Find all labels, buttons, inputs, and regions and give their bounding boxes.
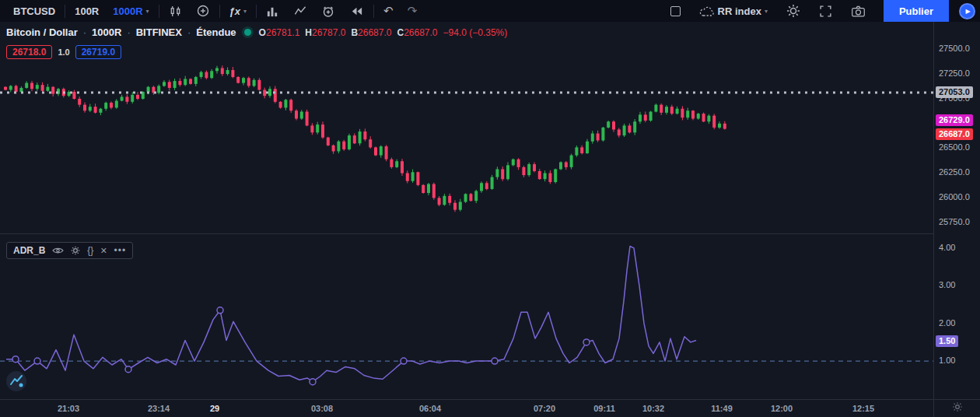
templates-button[interactable] bbox=[259, 0, 286, 22]
axis-settings-sun-icon[interactable] bbox=[952, 401, 963, 415]
redo-button[interactable]: ↷ bbox=[401, 0, 425, 22]
price-label: 27500.0 bbox=[939, 44, 970, 54]
indicator-marker[interactable] bbox=[34, 358, 40, 364]
low-label: B bbox=[351, 27, 358, 38]
price-tag-reference[interactable]: 27053.0 bbox=[936, 86, 973, 98]
spread-value: 1.0 bbox=[58, 47, 69, 57]
close-value: 26687.0 bbox=[404, 27, 437, 38]
close-label: C bbox=[397, 27, 404, 38]
high-label: H bbox=[305, 27, 312, 38]
replay-button[interactable] bbox=[342, 0, 371, 22]
price-label: 26000.0 bbox=[939, 192, 970, 202]
indicator-axis-label: 4.00 bbox=[939, 243, 955, 253]
indicator-settings-gear-icon[interactable] bbox=[71, 246, 80, 255]
main-price-pane[interactable]: Bitcoin / Dollar · 1000R · BITFINEX · Ét… bbox=[0, 22, 933, 233]
legend-interval: 1000R bbox=[92, 26, 121, 38]
chart-title: Bitcoin / Dollar bbox=[6, 26, 78, 38]
layout-name-label: RR index bbox=[718, 5, 761, 17]
time-label: 11:49 bbox=[705, 404, 739, 413]
indicator-value-tag[interactable]: 1.50 bbox=[936, 335, 958, 347]
fullscreen-icon bbox=[819, 5, 832, 18]
legend-session: Étendue bbox=[196, 26, 236, 38]
time-label: 07:20 bbox=[527, 404, 562, 413]
main-chart-canvas[interactable] bbox=[0, 22, 933, 233]
time-label: 21:03 bbox=[51, 404, 86, 413]
compare-button[interactable] bbox=[189, 0, 217, 22]
indicator-marker[interactable] bbox=[217, 307, 223, 314]
indicator-marker[interactable] bbox=[125, 366, 131, 373]
indicator-chart-canvas[interactable] bbox=[0, 234, 933, 399]
buy-price-button[interactable]: 26719.0 bbox=[75, 45, 121, 59]
indicator-marker[interactable] bbox=[492, 358, 498, 364]
more-options-icon[interactable]: ••• bbox=[114, 245, 127, 256]
undo-button[interactable]: ↶ bbox=[376, 0, 401, 22]
settings-button[interactable] bbox=[779, 0, 807, 22]
play-circle-button[interactable]: ▶ bbox=[959, 3, 975, 19]
chart-legend[interactable]: Bitcoin / Dollar · 1000R · BITFINEX · Ét… bbox=[6, 26, 507, 38]
low-value: 26687.0 bbox=[358, 27, 391, 38]
indicator-axis-label: 2.00 bbox=[939, 318, 955, 328]
symbol-button[interactable]: BTCUSD bbox=[6, 0, 62, 22]
line-tools-button[interactable] bbox=[286, 0, 314, 22]
fullscreen-button[interactable] bbox=[812, 0, 839, 22]
open-label: O bbox=[259, 27, 266, 38]
create-alert-button[interactable] bbox=[314, 0, 342, 22]
indicator-marker[interactable] bbox=[401, 358, 407, 364]
time-label: 23:14 bbox=[142, 404, 176, 413]
indicator-pane[interactable]: ADR_B bbox=[0, 233, 933, 399]
camera-icon bbox=[851, 5, 866, 18]
trading-app-window: BTCUSD 100R 1000R ▾ ƒx ▾ bbox=[0, 0, 980, 417]
toolbar-separator bbox=[159, 5, 159, 18]
chevron-down-icon: ▾ bbox=[765, 8, 768, 15]
layout-select-button[interactable] bbox=[663, 0, 688, 22]
toolbar-separator bbox=[373, 5, 374, 18]
price-tag-red[interactable]: 26687.0 bbox=[936, 128, 973, 140]
toolbar-right-group: RR index ▾ bbox=[663, 0, 975, 22]
undo-icon: ↶ bbox=[383, 4, 394, 18]
time-label: 12:00 bbox=[765, 404, 799, 413]
toolbar-separator bbox=[219, 5, 220, 18]
publish-button[interactable]: Publier bbox=[884, 0, 949, 22]
toolbar-separator bbox=[65, 5, 65, 18]
legend-separator: · bbox=[83, 26, 86, 38]
alert-clock-plus-icon bbox=[321, 4, 335, 18]
sell-price-button[interactable]: 26718.0 bbox=[6, 45, 52, 59]
market-status-icon[interactable] bbox=[244, 29, 251, 36]
redo-icon: ↷ bbox=[408, 4, 418, 18]
interval-1000r-button[interactable]: 1000R ▾ bbox=[106, 0, 156, 22]
legend-exchange: BITFINEX bbox=[136, 26, 182, 38]
source-code-icon[interactable]: {} bbox=[87, 245, 93, 256]
chart-column: Bitcoin / Dollar · 1000R · BITFINEX · Ét… bbox=[0, 22, 933, 417]
legend-separator: · bbox=[127, 26, 130, 38]
rewind-icon bbox=[349, 5, 364, 18]
time-label: 10:32 bbox=[636, 404, 670, 413]
cloud-icon bbox=[699, 5, 715, 17]
axis-settings-corner[interactable] bbox=[934, 399, 980, 417]
plus-circle-icon bbox=[196, 4, 210, 18]
chevron-down-icon: ▾ bbox=[243, 8, 247, 15]
price-label: 25750.0 bbox=[939, 217, 970, 227]
indicators-button[interactable]: ƒx ▾ bbox=[222, 0, 254, 22]
indicator-legend[interactable]: ADR_B bbox=[6, 242, 133, 259]
indicator-axis-label: 1.00 bbox=[939, 356, 955, 366]
indicator-marker[interactable] bbox=[12, 356, 19, 363]
cloud-layout-button[interactable]: RR index ▾ bbox=[692, 0, 775, 22]
indicator-marker[interactable] bbox=[310, 379, 316, 385]
indicator-marker[interactable] bbox=[583, 339, 590, 345]
open-value: 26781.1 bbox=[266, 27, 299, 38]
price-axis[interactable]: 27500.027250.027000.026750.026500.026250… bbox=[933, 22, 980, 417]
remove-indicator-icon[interactable]: × bbox=[100, 244, 107, 257]
chart-style-button[interactable] bbox=[162, 0, 189, 22]
ohlc-values: O26781.1 H26787.0 B26687.0 C26687.0 −94.… bbox=[259, 27, 508, 38]
time-label: 09:11 bbox=[587, 404, 621, 413]
time-label: 12:15 bbox=[846, 404, 880, 413]
price-tag-magenta[interactable]: 26729.0 bbox=[936, 114, 973, 126]
time-label: 06:04 bbox=[413, 404, 447, 413]
interval-active-label: 1000R bbox=[113, 5, 142, 17]
eye-icon[interactable] bbox=[52, 247, 64, 254]
layout-square-icon bbox=[670, 6, 681, 16]
interval-100r-button[interactable]: 100R bbox=[68, 0, 106, 22]
snapshot-button[interactable] bbox=[844, 0, 873, 22]
tradingview-logo[interactable] bbox=[6, 371, 26, 394]
time-axis[interactable]: 21:0323:142903:0806:0407:2009:1110:3211:… bbox=[0, 399, 933, 417]
